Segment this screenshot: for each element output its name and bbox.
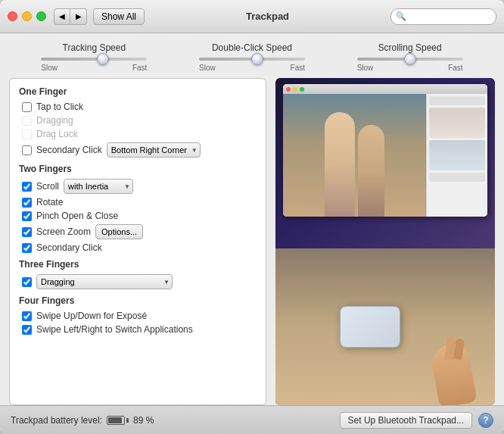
titlebar: ◀ ▶ Show All Trackpad 🔍 [0, 0, 504, 33]
browser-sidebar-sim [426, 94, 487, 217]
scrolling-speed-track[interactable] [357, 58, 463, 61]
drag-lock-row: Drag Lock [19, 127, 257, 141]
sliders-row: Tracking Speed Slow Fast Double-Click Sp… [0, 33, 504, 78]
browser-body-sim [283, 94, 487, 217]
forward-button[interactable]: ▶ [70, 8, 87, 25]
tap-to-click-checkbox[interactable] [22, 102, 32, 112]
three-fingers-select-wrapper: Dragging Swipe between pages [36, 274, 173, 289]
battery-tip [126, 418, 129, 423]
secondary-click-one-checkbox[interactable] [22, 145, 32, 155]
screen-zoom-options-button[interactable]: Options... [95, 224, 143, 239]
sidebar-line-1 [429, 96, 485, 105]
pinch-row: Pinch Open & Close [19, 209, 257, 223]
battery-icon [107, 416, 129, 425]
secondary-click-two-label: Secondary Click [36, 242, 102, 253]
tracking-fast-label: Fast [132, 64, 147, 72]
person-sim-1 [325, 112, 355, 217]
help-button[interactable]: ? [478, 413, 493, 428]
main-content: One Finger Tap to Click Dragging Drag Lo… [0, 78, 504, 405]
hand-sim [431, 337, 480, 405]
maximize-button[interactable] [36, 11, 46, 21]
tracking-speed-labels: Slow Fast [41, 64, 147, 72]
nav-arrows: ◀ ▶ [54, 8, 87, 25]
scrolling-speed-label: Scrolling Speed [378, 42, 442, 53]
one-finger-header: One Finger [19, 86, 257, 97]
battery-body [107, 416, 125, 425]
four-fingers-header: Four Fingers [19, 295, 257, 306]
tap-to-click-row: Tap to Click [19, 100, 257, 114]
scrolling-speed-thumb[interactable] [404, 53, 416, 65]
secondary-click-two-checkbox[interactable] [22, 243, 32, 253]
scrolling-fast-label: Fast [448, 64, 462, 72]
pinch-checkbox[interactable] [22, 211, 32, 221]
preview-image [275, 78, 495, 405]
three-fingers-select[interactable]: Dragging Swipe between pages [36, 274, 173, 289]
tracking-speed-label: Tracking Speed [63, 42, 126, 53]
secondary-click-select-wrapper: Bottom Right Corner Bottom Left Corner [107, 142, 201, 158]
person-sim-2 [358, 125, 384, 217]
tracking-slow-label: Slow [41, 64, 58, 72]
secondary-click-two-row: Secondary Click [19, 241, 257, 254]
back-button[interactable]: ◀ [54, 8, 70, 25]
battery-pct: 89 % [133, 415, 154, 426]
window: ◀ ▶ Show All Trackpad 🔍 Tracking Speed S… [0, 0, 504, 434]
double-click-speed-labels: Slow Fast [199, 64, 305, 72]
show-all-button[interactable]: Show All [93, 8, 145, 25]
screen-zoom-row: Screen Zoom Options... [19, 223, 257, 241]
secondary-click-one-row: Secondary Click Bottom Right Corner Bott… [19, 141, 257, 159]
tracking-speed-group: Tracking Speed Slow Fast [33, 42, 154, 72]
double-click-speed-thumb[interactable] [251, 53, 263, 65]
scrolling-slow-label: Slow [357, 64, 374, 72]
tracking-speed-thumb[interactable] [97, 53, 109, 65]
browser-main-sim [283, 94, 426, 217]
scroll-checkbox[interactable] [22, 182, 32, 192]
swipe-updown-row: Swipe Up/Down for Exposé [19, 309, 257, 323]
battery-fill [108, 417, 122, 423]
bottom-bar: Trackpad battery level: 89 % Set Up Blue… [0, 405, 504, 434]
scroll-row: Scroll with Inertia without Inertia [19, 177, 257, 195]
sim-min-dot [293, 87, 297, 92]
dragging-row: Dragging [19, 114, 257, 127]
sim-close-dot [286, 87, 291, 92]
sidebar-thumb-2 [429, 140, 485, 170]
search-input[interactable] [409, 11, 492, 22]
tap-to-click-label: Tap to Click [36, 101, 83, 112]
double-click-slow-label: Slow [199, 64, 216, 72]
right-panel [275, 78, 495, 405]
swipe-leftright-checkbox[interactable] [22, 325, 32, 335]
swipe-leftright-row: Swipe Left/Right to Switch Applications [19, 323, 257, 336]
trackpad-sim [340, 306, 400, 348]
close-button[interactable] [8, 11, 17, 21]
battery-info: Trackpad battery level: 89 % [11, 415, 154, 426]
top-preview [275, 78, 495, 248]
screen-zoom-checkbox[interactable] [22, 227, 32, 237]
two-fingers-header: Two Fingers [19, 164, 257, 174]
secondary-click-select[interactable]: Bottom Right Corner Bottom Left Corner [107, 142, 201, 158]
double-click-speed-group: Double-Click Speed Slow Fast [191, 42, 313, 72]
three-fingers-header: Three Fingers [19, 259, 257, 270]
screen-zoom-label: Screen Zoom [36, 226, 91, 237]
bluetooth-button[interactable]: Set Up Bluetooth Trackpad... [340, 412, 472, 429]
people-area [283, 94, 426, 217]
swipe-updown-checkbox[interactable] [22, 311, 32, 321]
swipe-leftright-label: Swipe Left/Right to Switch Applications [36, 324, 193, 335]
dragging-checkbox[interactable] [22, 116, 32, 126]
tracking-speed-track[interactable] [41, 58, 147, 61]
rotate-row: Rotate [19, 195, 257, 209]
search-icon: 🔍 [396, 11, 406, 21]
window-title: Trackpad [145, 11, 390, 22]
sidebar-thumb-1 [429, 108, 485, 138]
three-fingers-checkbox[interactable] [22, 277, 32, 287]
double-click-speed-track[interactable] [199, 58, 305, 61]
rotate-label: Rotate [36, 197, 63, 208]
scroll-label: Scroll [36, 181, 59, 192]
minimize-button[interactable] [22, 11, 32, 21]
battery-label: Trackpad battery level: [11, 415, 102, 426]
pinch-label: Pinch Open & Close [36, 211, 118, 221]
rotate-checkbox[interactable] [22, 198, 32, 208]
sidebar-line-2 [429, 173, 485, 182]
scroll-select-wrapper: with Inertia without Inertia [64, 179, 133, 194]
drag-lock-label: Drag Lock [36, 129, 78, 139]
drag-lock-checkbox[interactable] [22, 130, 32, 139]
scroll-select[interactable]: with Inertia without Inertia [64, 179, 133, 194]
